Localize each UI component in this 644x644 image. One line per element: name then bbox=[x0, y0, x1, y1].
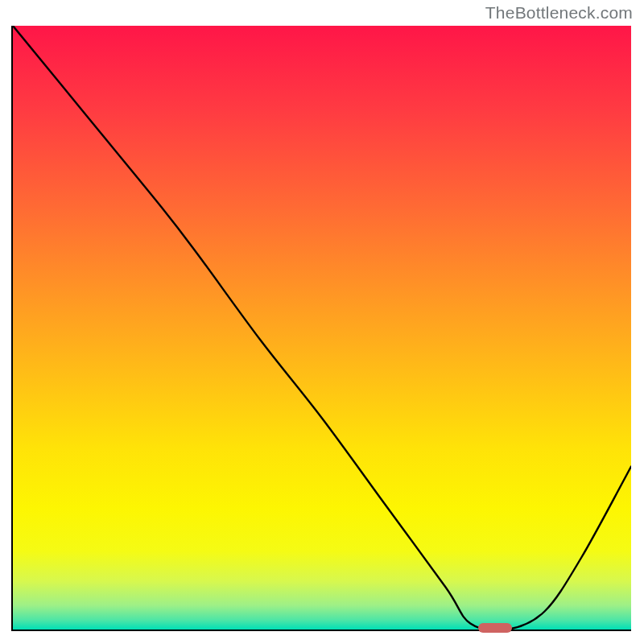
chart-axes bbox=[11, 26, 631, 631]
optimal-marker bbox=[478, 623, 512, 633]
watermark-text: TheBottleneck.com bbox=[485, 3, 633, 23]
